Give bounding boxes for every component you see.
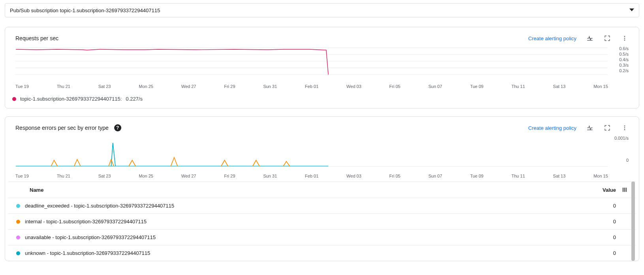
svg-point-11 xyxy=(624,127,625,129)
table-row[interactable]: unavailable - topic-1.subscription-32697… xyxy=(8,230,636,245)
row-value: 0 xyxy=(592,203,616,209)
table-row[interactable]: deadline_exceeded - topic-1.subscription… xyxy=(8,198,636,214)
legend-item[interactable]: topic-1.subscription-3269793372294407115… xyxy=(8,89,636,103)
svg-point-3 xyxy=(624,39,625,41)
legend-color-dot xyxy=(12,97,16,101)
row-name: deadline_exceeded - topic-1.subscription… xyxy=(25,203,174,209)
errors-chart[interactable]: 0.001/s 0 xyxy=(15,136,629,171)
legend-color-dot xyxy=(16,220,20,224)
chart-card-requests: Requests per sec Create alerting policy xyxy=(5,27,639,109)
chart-card-response-errors: Response errors per sec by error type ? … xyxy=(5,116,639,261)
create-alerting-policy-link[interactable]: Create alerting policy xyxy=(528,36,576,41)
x-axis-ticks: Tue 19Thu 21Sat 23Mon 25Wed 27Fri 29Sun … xyxy=(15,84,608,89)
table-row[interactable]: unknown - topic-1.subscription-326979337… xyxy=(8,245,636,261)
scrollbar[interactable] xyxy=(631,181,635,261)
resource-selector-label: Pub/Sub subscription topic-1.subscriptio… xyxy=(10,7,160,13)
column-options-icon[interactable] xyxy=(616,187,628,193)
legend-toggle-icon[interactable] xyxy=(586,124,594,132)
svg-rect-16 xyxy=(626,188,627,192)
chart-title: Response errors per sec by error type xyxy=(15,125,109,131)
svg-point-1 xyxy=(624,36,625,37)
more-options-icon[interactable] xyxy=(621,34,629,42)
create-alerting-policy-link[interactable]: Create alerting policy xyxy=(528,125,576,131)
svg-rect-15 xyxy=(624,188,625,192)
chevron-down-icon xyxy=(629,7,634,13)
row-value: 0 xyxy=(592,250,616,256)
requests-chart[interactable]: 0.6/s 0.5/s 0.4/s 0.3/s 0.2/s xyxy=(15,46,629,82)
row-name: internal - topic-1.subscription-32697933… xyxy=(25,219,147,224)
row-value: 0 xyxy=(592,219,616,224)
row-name: unavailable - topic-1.subscription-32697… xyxy=(25,234,156,240)
fullscreen-icon[interactable] xyxy=(603,124,611,132)
legend-table-header: Name Value xyxy=(8,181,636,198)
header-value[interactable]: Value xyxy=(592,187,616,193)
svg-rect-14 xyxy=(623,188,624,192)
row-value: 0 xyxy=(592,234,616,240)
x-axis-ticks: Tue 19Thu 21Sat 23Mon 25Wed 27Fri 29Sun … xyxy=(15,174,608,178)
legend-table: Name Value deadline_exceeded - topic-1.s… xyxy=(8,181,636,261)
header-name[interactable]: Name xyxy=(16,187,592,193)
chart-title: Requests per sec xyxy=(15,35,58,41)
table-row[interactable]: internal - topic-1.subscription-32697933… xyxy=(8,214,636,230)
legend-label: topic-1.subscription-3269793372294407115… xyxy=(20,96,122,102)
legend-value: 0.227/s xyxy=(126,96,143,102)
legend-color-dot xyxy=(16,236,20,239)
row-name: unknown - topic-1.subscription-326979337… xyxy=(25,250,150,256)
help-icon[interactable]: ? xyxy=(114,124,121,131)
svg-point-10 xyxy=(624,125,625,127)
resource-selector-dropdown[interactable]: Pub/Sub subscription topic-1.subscriptio… xyxy=(5,3,639,17)
more-options-icon[interactable] xyxy=(621,124,629,132)
legend-toggle-icon[interactable] xyxy=(586,34,594,42)
legend-color-dot xyxy=(16,251,20,255)
legend-color-dot xyxy=(16,204,20,208)
fullscreen-icon[interactable] xyxy=(603,34,611,42)
svg-point-12 xyxy=(624,129,625,130)
svg-point-2 xyxy=(624,38,625,39)
